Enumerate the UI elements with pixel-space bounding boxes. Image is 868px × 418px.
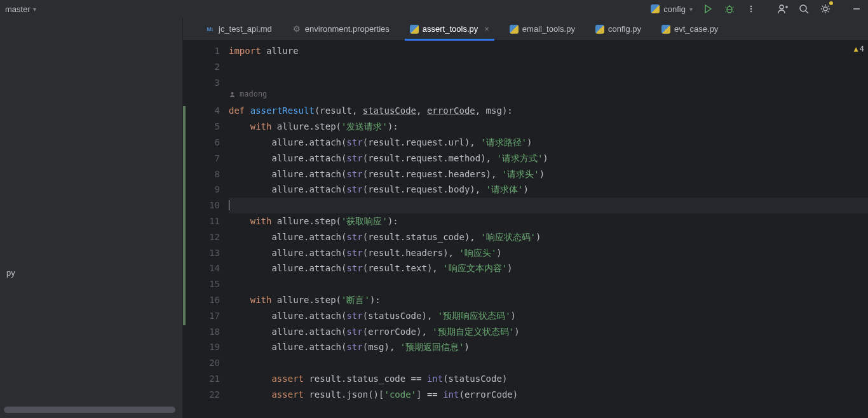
tab-label: jc_test_api.md xyxy=(219,24,272,34)
line-number: 8 xyxy=(183,166,220,182)
line-number: 6 xyxy=(183,135,220,151)
line-number: 4 xyxy=(183,103,220,119)
svg-line-3 xyxy=(726,7,727,8)
svg-point-10 xyxy=(780,5,783,9)
code-line[interactable]: allure.attach(str(result.request.method)… xyxy=(229,151,868,166)
tab-label: assert_tools.py xyxy=(423,24,478,34)
svg-point-17 xyxy=(231,92,234,95)
tab-label: config.py xyxy=(608,24,641,34)
close-icon[interactable]: × xyxy=(484,24,489,34)
sidebar-item-label: py xyxy=(6,268,15,278)
tab-label: environment.properties xyxy=(305,24,390,34)
more-menu[interactable] xyxy=(745,3,757,15)
line-number: 9 xyxy=(183,182,220,198)
code-with-me-button[interactable] xyxy=(776,3,789,15)
author-inlay-hint[interactable]: madong xyxy=(229,90,267,98)
svg-point-8 xyxy=(750,8,752,10)
code-line[interactable]: import allure xyxy=(229,43,868,59)
line-number: 7 xyxy=(183,151,220,166)
editor-tab[interactable]: evt_case.py xyxy=(651,18,728,41)
svg-point-13 xyxy=(800,5,806,11)
tab-label: email_tools.py xyxy=(522,24,575,34)
code-line[interactable]: def assertResult(result, statusCode, err… xyxy=(229,103,868,119)
sidebar-item[interactable]: py xyxy=(0,266,22,280)
branch-label: master xyxy=(5,4,31,14)
line-number: 3 xyxy=(183,75,220,91)
vcs-change-bar xyxy=(183,106,186,325)
gear-icon: ⚙ xyxy=(292,25,301,34)
chevron-down-icon: ▾ xyxy=(689,6,693,13)
code-line[interactable]: allure.attach(str(result.request.body), … xyxy=(229,182,868,198)
code-line[interactable]: allure.attach(str(result.text), '响应文本内容'… xyxy=(229,260,868,276)
code-editor[interactable]: 12345678910111213141516171819202122 mado… xyxy=(183,41,868,418)
line-number: 14 xyxy=(183,260,220,276)
code-line[interactable]: allure.attach(str(result.request.headers… xyxy=(229,166,868,182)
git-branch-selector[interactable]: master ▾ xyxy=(5,4,36,14)
editor-area: M↓jc_test_api.md⚙environment.propertiesa… xyxy=(183,18,868,418)
warnings-count: 4 xyxy=(860,44,864,53)
svg-line-14 xyxy=(806,11,808,13)
code-line[interactable]: allure.attach(str(statusCode), '预期响应状态码'… xyxy=(229,308,868,324)
code-line[interactable]: with allure.step('获取响应'): xyxy=(229,213,868,229)
run-button[interactable] xyxy=(702,3,714,15)
line-number: 22 xyxy=(183,387,220,403)
editor-tab[interactable]: M↓jc_test_api.md xyxy=(196,18,282,41)
author-name: madong xyxy=(240,90,267,98)
run-config-selector[interactable]: config ▾ xyxy=(651,4,693,14)
editor-tab[interactable]: ⚙environment.properties xyxy=(282,18,400,41)
tab-label: evt_case.py xyxy=(674,24,718,34)
search-button[interactable] xyxy=(797,3,810,15)
project-sidebar[interactable]: py xyxy=(0,18,183,418)
line-number: 20 xyxy=(183,355,220,371)
editor-tab[interactable]: assert_tools.py× xyxy=(400,18,499,41)
svg-point-15 xyxy=(824,7,827,11)
line-number: 12 xyxy=(183,229,220,245)
debug-button[interactable] xyxy=(723,3,736,15)
python-icon xyxy=(410,25,419,34)
settings-button[interactable] xyxy=(819,3,832,15)
horizontal-scrollbar[interactable] xyxy=(4,407,175,413)
editor-tab[interactable]: email_tools.py xyxy=(499,18,585,41)
code-line[interactable]: with allure.step('断言'): xyxy=(229,292,868,308)
line-number: 15 xyxy=(183,276,220,292)
code-line[interactable] xyxy=(229,59,868,75)
line-number: 13 xyxy=(183,245,220,261)
markdown-icon: M↓ xyxy=(206,25,215,34)
editor-tabs: M↓jc_test_api.md⚙environment.propertiesa… xyxy=(183,18,868,41)
code-line[interactable]: allure.attach(str(result.headers), '响应头'… xyxy=(229,245,868,261)
editor-tab[interactable]: config.py xyxy=(585,18,651,41)
code-line[interactable]: allure.attach(str(result.status_code), '… xyxy=(229,229,868,245)
python-icon xyxy=(595,25,604,34)
line-number: 10 xyxy=(183,198,220,213)
code-line[interactable]: assert result.status_code == int(statusC… xyxy=(229,371,868,387)
warning-icon: ▲ xyxy=(854,44,858,53)
code-line[interactable] xyxy=(229,75,868,91)
run-config-label: config xyxy=(663,4,686,14)
settings-notification-dot xyxy=(829,1,833,5)
warnings-indicator[interactable]: ▲ 4 xyxy=(854,44,864,53)
svg-point-7 xyxy=(750,6,752,7)
code-line[interactable] xyxy=(229,276,868,292)
python-icon xyxy=(651,4,660,13)
code-line[interactable]: with allure.step('发送请求'): xyxy=(229,119,868,135)
code-line[interactable]: allure.attach(str(errorCode), '预期自定义状态码'… xyxy=(229,324,868,340)
code-line[interactable]: allure.attach(str(msg), '预期返回信息') xyxy=(229,339,868,355)
python-icon xyxy=(661,25,670,34)
svg-line-5 xyxy=(726,11,727,12)
line-number: 2 xyxy=(183,59,220,75)
code-line[interactable] xyxy=(229,355,868,371)
line-number: 16 xyxy=(183,292,220,308)
chevron-down-icon: ▾ xyxy=(33,6,36,13)
python-icon xyxy=(510,25,519,34)
code-line[interactable]: assert result.json()['code'] == int(erro… xyxy=(229,387,868,403)
line-number: 5 xyxy=(183,119,220,135)
svg-point-9 xyxy=(750,11,752,12)
code-line[interactable]: allure.attach(str(result.request.url), '… xyxy=(229,135,868,151)
gutter: 12345678910111213141516171819202122 xyxy=(183,41,229,418)
line-number: 1 xyxy=(183,43,220,59)
line-number: 11 xyxy=(183,213,220,229)
code-line[interactable] xyxy=(229,198,868,213)
svg-line-6 xyxy=(733,11,734,12)
top-toolbar: master ▾ config ▾ xyxy=(0,0,868,18)
minimize-button[interactable] xyxy=(850,3,863,15)
